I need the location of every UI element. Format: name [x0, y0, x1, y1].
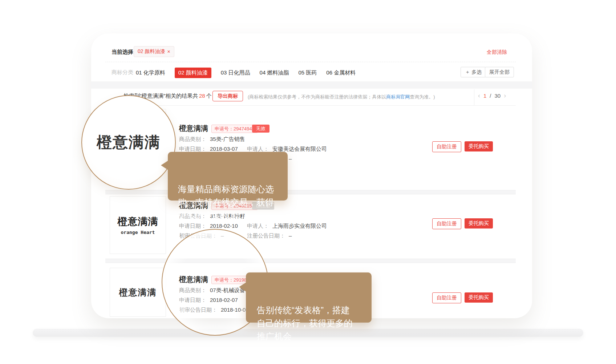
field-label: 申请人： [247, 146, 269, 152]
field-value: – [289, 155, 292, 162]
divider [105, 62, 516, 62]
category-tab-01[interactable]: 01 化学原料 [136, 69, 165, 76]
laptop-base [33, 329, 583, 337]
entrust-buy-button[interactable]: 委托购买 [465, 141, 493, 151]
application-number-label: 申请号： [215, 126, 234, 132]
expand-all-button[interactable]: 展开全部 [485, 67, 514, 77]
magnifier-circle: 橙意满满 [81, 95, 176, 190]
pagination: ‹ 1 / 30 › [478, 92, 506, 99]
disclaimer-text-after: 查询为准。) [410, 94, 435, 100]
field-label: 申请人： [247, 223, 269, 229]
current-selection-label: 当前选择 [112, 49, 133, 56]
field-label: 申请日期： [179, 223, 206, 229]
category-tab-04[interactable]: 04 燃料油脂 [260, 69, 289, 76]
category-tab-03[interactable]: 03 日化用品 [221, 69, 250, 76]
field-value: 上海雨步实业有限公司 [272, 223, 327, 229]
tooltip-arrow-icon [239, 282, 246, 292]
promo-tooltip: 告别传统“发表格”，搭建 自己的标行，获得更多的 推广机会 [246, 272, 372, 323]
export-trademarks-button[interactable]: 导出商标 [212, 91, 243, 101]
application-number: 29474941 [234, 126, 255, 132]
current-page: 1 [483, 93, 486, 99]
field-value: 2018-02-10 [210, 223, 238, 229]
category-tab-06[interactable]: 06 金属材料 [326, 69, 356, 76]
trademark-office-link[interactable]: 商标局官网 [386, 94, 410, 100]
selected-filter-chip-label: 02 颜料油漆 [138, 48, 165, 55]
category-tab-02-active[interactable]: 02 颜料油漆 [175, 68, 211, 78]
field-value: – [289, 232, 292, 239]
section-divider-band [91, 81, 532, 89]
next-page-icon[interactable]: › [504, 92, 506, 99]
application-number-tag: 申请号：29474941 [211, 125, 258, 133]
page-separator: / [490, 93, 491, 99]
magnified-trademark-text: 橙意满满 [97, 132, 161, 153]
self-register-button[interactable]: 自助注册 [432, 218, 461, 229]
prev-page-icon[interactable]: ‹ [478, 92, 480, 99]
multi-select-button[interactable]: ＋ 多选 [461, 67, 486, 77]
field-value: 35类-广告销售 [210, 136, 245, 142]
total-pages: 30 [495, 93, 501, 99]
clear-all-button[interactable]: 全部清除 [487, 49, 507, 56]
result-row: 橙意满满 申请号：29482153 已注册 商品类别：31类-饲料种籽 申请日期… [105, 192, 516, 247]
self-register-button[interactable]: 自助注册 [432, 141, 461, 152]
chip-close-icon[interactable]: × [167, 49, 170, 54]
status-badge: 无效 [252, 125, 270, 133]
field-label: 申请日期： [179, 146, 206, 152]
tooltip-arrow-icon [161, 161, 168, 170]
entrust-buy-button[interactable]: 委托购买 [465, 218, 493, 228]
results-count: 28 [199, 93, 205, 99]
field-label: 商品类别： [179, 136, 206, 142]
category-tabs: 01 化学原料 02 颜料油漆 03 日化用品 04 燃料油脂 05 医药 06… [136, 68, 356, 78]
field-value: 2018-03-07 [210, 146, 238, 152]
promo-tooltip: 海量精品商标资源随心选 购。支持在线交易，获得 更多的交易机会 [168, 152, 288, 201]
results-summary-suffix: 个 [206, 93, 212, 99]
self-register-button[interactable]: 自助注册 [432, 292, 461, 303]
field-value: 安徽美达会展有限公司 [272, 146, 327, 152]
selected-filter-chip[interactable]: 02 颜料油漆 × [134, 46, 174, 57]
trademark-name: 橙意满满 [179, 124, 208, 133]
divider [474, 89, 474, 105]
field-label: 注册公告日期： [247, 232, 285, 239]
divider [105, 105, 516, 106]
trademark-search-page: 当前选择 02 颜料油漆 × 全部清除 商标分类 01 化学原料 02 颜料油漆… [0, 0, 616, 364]
category-label: 商标分类 [112, 69, 133, 76]
disclaimer-text-before: (商标检索结果仅供参考，不作为商标能否注册的法律依据；具体以 [248, 94, 386, 100]
category-tab-05[interactable]: 05 医药 [298, 69, 317, 76]
entrust-buy-button[interactable]: 委托购买 [465, 292, 493, 303]
disclaimer: (商标检索结果仅供参考，不作为商标能否注册的法律依据；具体以商标局官网查询为准。… [248, 94, 435, 100]
